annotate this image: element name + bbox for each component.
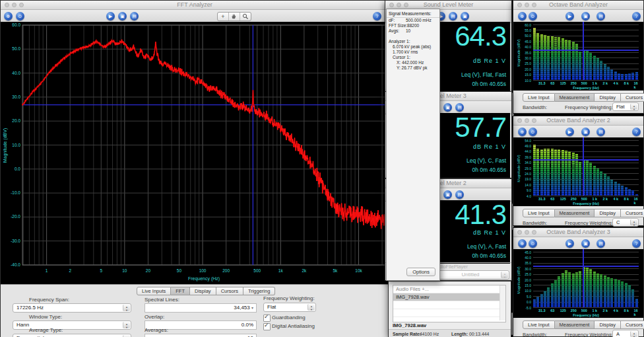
spectral-lines-field[interactable]: 34,453 ▾ <box>145 303 257 313</box>
add-cursor-button[interactable]: + <box>218 13 229 20</box>
guardbanding-checkbox[interactable]: ✓ <box>263 315 271 322</box>
reset-button[interactable]: ▣ <box>443 190 452 199</box>
info-button[interactable]: ? <box>632 12 641 20</box>
octave-bar <box>600 274 602 307</box>
channel-a-button[interactable]: ⊕ <box>518 128 527 136</box>
weighting-select[interactable]: A▲▼ <box>612 330 639 337</box>
octave-titlebar[interactable]: Octave Band Analyzer 2 <box>513 116 643 126</box>
tab-live-input[interactable]: Live Input <box>523 209 555 217</box>
tab-live-input[interactable]: Live Input <box>523 93 555 102</box>
measurement-label: Avgs: <box>389 28 406 34</box>
info-button[interactable]: ? <box>632 239 641 248</box>
average-type-select[interactable]: Exponential ▲▼ <box>13 334 131 337</box>
octave-bar <box>621 281 624 308</box>
gridline <box>533 80 639 81</box>
fft-spectrum-chart[interactable]: 60.050.040.030.020.010.00.0-10.0-20.0-30… <box>1 22 389 284</box>
fft-titlebar[interactable]: FFT Analyzer <box>1 1 389 10</box>
play-button[interactable]: ▶ <box>565 128 574 136</box>
octave-bar-chart[interactable]: 45.040.035.030.025.020.015.010.05.00.0-5… <box>513 249 643 318</box>
channel-b-button[interactable]: ⊙ <box>529 239 537 248</box>
measurement-row: Avgs:10 <box>387 28 439 34</box>
vertical-cursor[interactable] <box>583 249 584 307</box>
tab-display[interactable]: Display <box>595 209 621 217</box>
channel-b-button[interactable]: ⊙ <box>529 128 537 136</box>
output-meters-button[interactable]: ▤ <box>596 12 605 20</box>
channel-a-button[interactable]: ⊕ <box>518 12 527 20</box>
audio-file-row[interactable]: IMG_7928.wav <box>393 293 505 301</box>
tab-display[interactable]: Display <box>595 320 621 329</box>
tab-fft[interactable]: FFT <box>171 287 190 295</box>
tab-cursors[interactable]: Cursors <box>216 287 243 295</box>
zoom-tool-button[interactable] <box>240 13 251 20</box>
popup-arrows-icon: ▲▼ <box>630 104 637 110</box>
tab-measurement[interactable]: Measurement <box>555 320 595 329</box>
play-button[interactable]: ▶ <box>565 12 574 20</box>
reset-button[interactable]: ▤ <box>449 12 457 20</box>
frequency-span-select[interactable]: 17226.5 Hz ▲▼ <box>13 303 131 313</box>
tab-cursors[interactable]: Cursors <box>621 209 644 217</box>
input-meters-button[interactable]: ▣ <box>581 12 590 20</box>
list-scrollbar[interactable] <box>499 285 505 320</box>
au-preset-select[interactable]: Untitled▲▼ <box>435 270 509 280</box>
x-tick-label: 1 k <box>592 309 597 313</box>
vertical-cursor[interactable] <box>583 137 584 196</box>
output-meters-button[interactable]: ▤ <box>596 239 605 248</box>
meter-settings-button[interactable]: ▤ <box>455 103 464 112</box>
octave-bar-chart[interactable]: 60.055.050.045.040.035.030.025.020.015.0… <box>513 22 643 91</box>
horizontal-cursor[interactable] <box>533 50 639 51</box>
weighting-label: Frequency Weighting: <box>565 220 613 226</box>
digital-antialiasing-checkbox[interactable]: ✓ <box>263 323 271 330</box>
play-button[interactable]: ▶ <box>106 12 115 20</box>
reset-button[interactable]: ▣ <box>443 103 452 112</box>
audio-file-list[interactable]: Audio Files +...IMG_7928.wav <box>393 285 506 322</box>
vertical-cursor[interactable] <box>583 22 584 80</box>
input-meters-button[interactable]: ▣ <box>118 12 127 20</box>
frequency-weighting-select[interactable]: Flat ▲▼ <box>263 303 316 312</box>
octave-bar <box>536 297 539 307</box>
output-meters-button[interactable]: ▤ <box>130 12 139 20</box>
octave-bar-chart[interactable]: 54.049.044.039.034.029.024.019.014.09.04… <box>513 137 643 206</box>
weighting-select[interactable]: Flat▲▼ <box>612 102 639 111</box>
channel-b-button[interactable]: ⊙ <box>529 12 537 20</box>
tab-live-inputs[interactable]: Live Inputs <box>137 287 171 295</box>
channel-a-button[interactable]: ⊕ <box>518 239 527 248</box>
averages-field[interactable]: 10 <box>145 334 257 337</box>
output-meters-button[interactable]: ▤ <box>596 128 605 136</box>
tab-live-input[interactable]: Live Input <box>523 320 555 329</box>
octave-titlebar[interactable]: Octave Band Analyzer <box>513 1 643 10</box>
tab-cursors[interactable]: Cursors <box>621 93 644 102</box>
audio-files-header[interactable]: Audio Files +... <box>393 285 505 293</box>
tab-display[interactable]: Display <box>595 93 621 102</box>
octave-titlebar[interactable]: Octave Band Analyzer 3 <box>513 228 643 237</box>
fft-tab-bar: Live InputsFFTDisplayCursorsTriggering <box>137 287 275 295</box>
tab-measurement[interactable]: Measurement <box>555 209 595 217</box>
tab-measurement[interactable]: Measurement <box>555 93 595 102</box>
options-button[interactable]: Options <box>406 268 435 276</box>
play-button[interactable]: ▶ <box>565 239 574 248</box>
pan-tool-button[interactable] <box>229 13 240 20</box>
axis-label: Frequency (Hz) <box>188 276 220 281</box>
fft-plot-area[interactable]: 60.050.040.030.020.010.00.0-10.0-20.0-30… <box>1 22 389 284</box>
info-button[interactable]: ? <box>373 12 381 20</box>
horizontal-cursor[interactable] <box>533 266 639 267</box>
octave-bar <box>575 272 578 307</box>
tab-triggering[interactable]: Triggering <box>243 287 276 295</box>
x-tick-label: 125 <box>560 81 566 85</box>
x-axis-title: Frequency (Hz) <box>533 86 639 90</box>
input-meters-button[interactable]: ▣ <box>581 128 590 136</box>
guardbanding-label: Guardbanding <box>272 315 306 320</box>
popup-arrows-icon: ▲▼ <box>307 304 315 311</box>
audio-files-window: Audio Files +...IMG_7928.wavIMG_7928.wav… <box>388 281 511 337</box>
spectral-lines-label: Spectral Lines: <box>145 297 179 303</box>
tab-cursors[interactable]: Cursors <box>621 320 644 329</box>
octave-bar <box>635 72 638 80</box>
channel-b-button[interactable]: ⊙ <box>16 12 24 20</box>
horizontal-cursor[interactable] <box>533 159 639 161</box>
weighting-select[interactable]: C▲▼ <box>612 218 639 227</box>
input-meters-button[interactable]: ▣ <box>581 239 590 248</box>
channel-a-button[interactable]: ⊕ <box>4 12 13 20</box>
meter-settings-button[interactable]: ▣ <box>461 12 469 20</box>
info-button[interactable]: ? <box>632 128 641 136</box>
meter-settings-button[interactable]: ▤ <box>455 190 464 199</box>
tab-display[interactable]: Display <box>190 287 216 295</box>
